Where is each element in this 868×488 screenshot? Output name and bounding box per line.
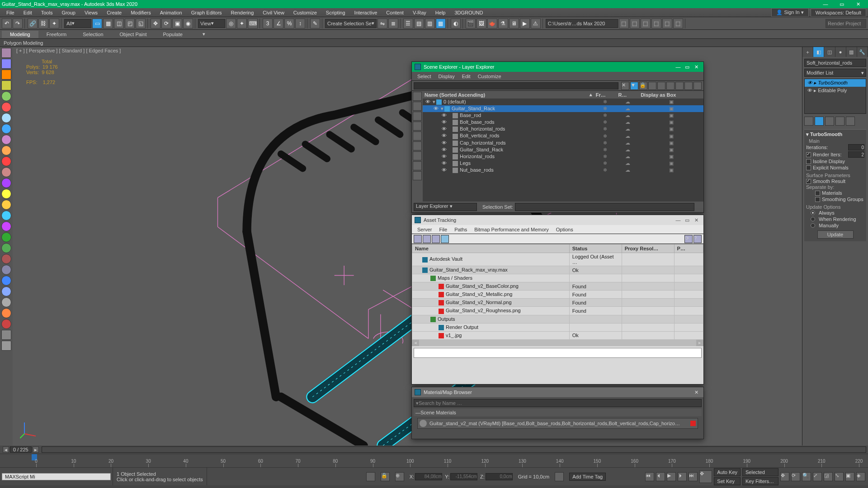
at-tb4[interactable] xyxy=(441,235,449,243)
at-help-button[interactable]: ? xyxy=(693,235,702,243)
nav-zoomext-button[interactable]: ⤡ xyxy=(835,472,844,481)
mb-search[interactable]: ▾ Search by Name … xyxy=(414,399,702,407)
ribbon-modeling[interactable]: Modeling xyxy=(2,31,38,38)
at-row[interactable]: Guitar_Stand_v2_Metallic.pngFound xyxy=(412,291,703,299)
lvbar-btn-12[interactable] xyxy=(1,178,11,188)
play-button[interactable]: ▶ xyxy=(667,472,676,481)
se-footer-label[interactable]: Layer Explorer ▾ xyxy=(414,203,477,211)
link-button[interactable]: 🔗 xyxy=(28,19,38,28)
pin-stack-button[interactable] xyxy=(804,117,813,126)
move-button[interactable]: ✥ xyxy=(151,19,160,28)
at-refresh-button[interactable]: ⟳ xyxy=(684,235,693,243)
nav-zoom-button[interactable]: ⤢ xyxy=(813,472,822,481)
ribbon-expand-button[interactable]: ▾ xyxy=(194,30,213,38)
at-tb2[interactable] xyxy=(423,235,431,243)
vray-tb4[interactable]: ⬚ xyxy=(651,19,661,28)
tab-hierarchy[interactable]: ◫ xyxy=(824,47,835,57)
render-path-box[interactable]: C:\Users\tr…ds Max 2020 xyxy=(546,19,618,28)
filter-all-drop[interactable]: All ▾ xyxy=(64,19,91,28)
se-close-button[interactable]: ✕ xyxy=(692,64,701,70)
frame-prev-button[interactable]: ◂ xyxy=(3,446,9,453)
se-row[interactable]: 👁 Bolt_horizontal_rods❄☁▣ xyxy=(423,126,703,132)
autokey-button[interactable]: Auto Key xyxy=(714,468,741,476)
frame-next-button[interactable]: ▸ xyxy=(33,446,39,453)
render-iter-button[interactable]: 🖥 xyxy=(509,19,519,28)
at-col-p[interactable]: P… xyxy=(674,244,703,253)
undo-button[interactable]: ↶ xyxy=(2,19,12,28)
lvbar-btn-17[interactable] xyxy=(1,232,11,242)
se-layer-tb2[interactable] xyxy=(657,82,665,90)
ribbon-populate[interactable]: Populate xyxy=(155,31,190,38)
timeline-track[interactable] xyxy=(42,446,866,453)
x-field[interactable] xyxy=(415,473,442,480)
se-side-btn-1[interactable] xyxy=(413,102,422,111)
lvbar-btn-16[interactable] xyxy=(1,221,11,231)
menu-3dground[interactable]: 3DGROUND xyxy=(450,9,487,16)
menu-group[interactable]: Group xyxy=(57,9,80,16)
menu-customize[interactable]: Customize xyxy=(289,9,321,16)
ang-snap-button[interactable]: ∠ xyxy=(274,19,283,28)
modifier-stack[interactable]: 👁 ▸ TurboSmooth 👁 ▸ Editable Poly xyxy=(804,79,866,114)
select-obj-button[interactable]: ▭ xyxy=(92,19,102,28)
close-button[interactable]: ✕ xyxy=(850,1,866,7)
se-col-name[interactable]: Name (Sorted Ascending) xyxy=(423,91,580,99)
lvbar-btn-7[interactable] xyxy=(1,124,11,134)
at-max-button[interactable]: ▭ xyxy=(683,217,692,223)
time-ruler[interactable]: 0102030405060708090100110120130140150160… xyxy=(0,454,868,467)
tab-motion[interactable]: ● xyxy=(835,47,846,57)
render-setup-button[interactable]: 🎬 xyxy=(466,19,476,28)
at-col-proxy[interactable]: Proxy Resol… xyxy=(622,244,674,253)
setkey-button[interactable]: Set Key xyxy=(714,477,741,485)
rotate-button[interactable]: ⟳ xyxy=(161,19,171,28)
menu-graph-editors[interactable]: Graph Editors xyxy=(187,9,226,16)
render-scene-button[interactable]: ⚠ xyxy=(531,19,541,28)
selection-lock-button[interactable]: 🔒 xyxy=(381,472,390,481)
at-tb3[interactable] xyxy=(432,235,440,243)
menu-edit[interactable]: Edit xyxy=(19,9,37,16)
lvbar-btn-19[interactable] xyxy=(1,254,11,264)
menu-help[interactable]: Help xyxy=(431,9,450,16)
mb-material-item[interactable]: Guitar_stand_v2_mat (VRayMtl) [Base_rod,… xyxy=(417,418,698,429)
at-row[interactable]: Guitar_Stand_v2_Normal.pngFound xyxy=(412,299,703,307)
se-row[interactable]: 👁 Nut_base_rods❄☁▣ xyxy=(423,167,703,174)
explicit-chk[interactable] xyxy=(806,165,811,170)
lvbar-btn-3[interactable] xyxy=(1,80,11,90)
se-side-btn-3[interactable] xyxy=(413,122,422,131)
vray-tb6[interactable]: ⬚ xyxy=(673,19,683,28)
nav-fov-button[interactable]: 🔍 xyxy=(802,472,811,481)
se-row[interactable]: 👁 ▾0 (default)❄☁▣ xyxy=(423,99,703,105)
nav-cube-button[interactable]: ✥ xyxy=(699,470,712,483)
at-row[interactable]: Guitar_Stand_v2_BaseColor.pngFound xyxy=(412,282,703,291)
at-menu-paths[interactable]: Paths xyxy=(451,226,471,233)
at-row[interactable]: Render Output xyxy=(412,323,703,331)
viewport-label[interactable]: [ + ] [ Perspective ] [ Standard ] [ Edg… xyxy=(16,48,121,53)
material-browser-panel[interactable]: Material/Map Browser ✕ ▾ Search by Name … xyxy=(411,387,704,439)
placement-button[interactable]: ◉ xyxy=(183,19,193,28)
spinner-button[interactable]: ↕ xyxy=(295,19,305,28)
kbd-button[interactable]: ⌨ xyxy=(248,19,258,28)
config-button[interactable] xyxy=(846,117,855,126)
at-row[interactable]: Guitar_Stand_v2_Roughness.pngFound xyxy=(412,307,703,315)
mb-section[interactable]: — Scene Materials xyxy=(414,409,702,416)
se-side-btn-5[interactable] xyxy=(413,141,422,150)
menu-interactive[interactable]: Interactive xyxy=(350,9,382,16)
y-field[interactable] xyxy=(450,473,477,480)
menu-v-ray[interactable]: V-Ray xyxy=(408,9,431,16)
frame-indicator[interactable]: 0 / 225 xyxy=(10,446,32,453)
mb-close-button[interactable]: ✕ xyxy=(692,389,701,395)
lvbar-btn-25[interactable] xyxy=(1,319,11,329)
isoline-chk[interactable] xyxy=(806,159,811,164)
isolate-button[interactable] xyxy=(366,472,375,481)
object-name-field[interactable]: Soft_horizontal_rods xyxy=(804,59,866,67)
z-field[interactable] xyxy=(486,473,513,480)
at-row[interactable]: v1_.jpgOk xyxy=(412,331,703,339)
nav-pan-button[interactable]: ✥ xyxy=(780,472,789,481)
goto-start-button[interactable]: ⏮ xyxy=(645,472,654,481)
lvbar-btn-18[interactable] xyxy=(1,243,11,253)
redo-button[interactable]: ↷ xyxy=(13,19,23,28)
sel-fence-button[interactable]: ◱ xyxy=(136,19,146,28)
se-side-btn-8[interactable] xyxy=(413,171,422,180)
se-layer-tb6[interactable] xyxy=(693,82,702,90)
scene-explorer-panel[interactable]: Scene Explorer - Layer Explorer — ▭ ✕ Se… xyxy=(411,61,704,213)
align-button[interactable]: ≣ xyxy=(388,19,398,28)
